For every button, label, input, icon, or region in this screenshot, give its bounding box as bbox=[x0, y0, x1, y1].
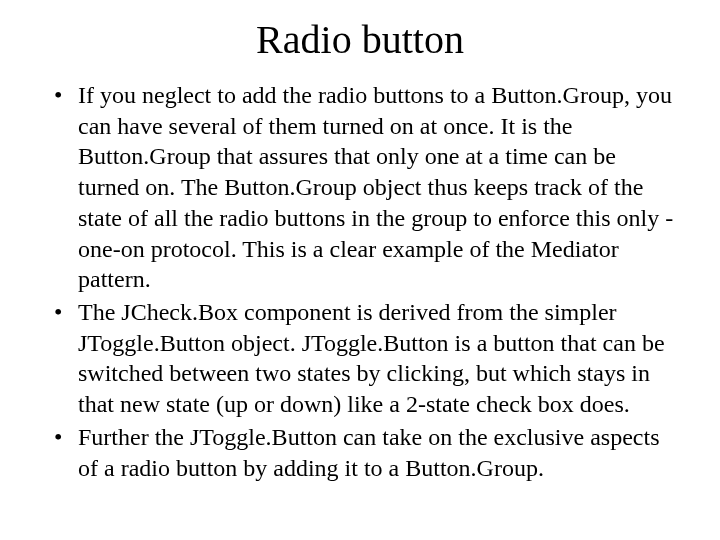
list-item: If you neglect to add the radio buttons … bbox=[54, 80, 680, 295]
bullet-list: If you neglect to add the radio buttons … bbox=[40, 80, 680, 483]
list-item: Further the JToggle.Button can take on t… bbox=[54, 422, 680, 483]
list-item: The JCheck.Box component is derived from… bbox=[54, 297, 680, 420]
slide: Radio button If you neglect to add the r… bbox=[0, 0, 720, 540]
slide-title: Radio button bbox=[40, 18, 680, 62]
